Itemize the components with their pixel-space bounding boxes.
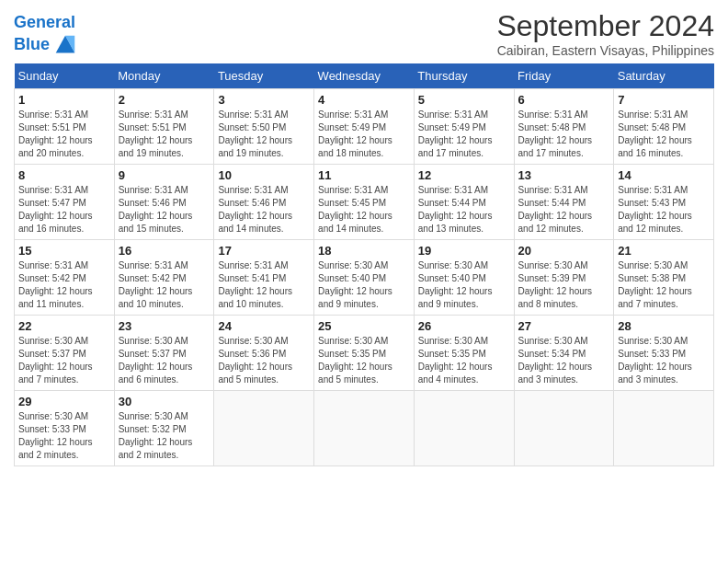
day-number: 21	[618, 244, 710, 258]
day-number: 27	[518, 319, 610, 333]
day-number: 13	[518, 168, 610, 182]
day-number: 14	[618, 168, 710, 182]
day-number: 20	[518, 244, 610, 258]
day-number: 4	[318, 93, 410, 107]
day-number: 15	[18, 244, 110, 258]
calendar-cell: 17Sunrise: 5:31 AMSunset: 5:41 PMDayligh…	[214, 240, 314, 316]
calendar-cell: 14Sunrise: 5:31 AMSunset: 5:43 PMDayligh…	[614, 165, 714, 240]
day-header-friday: Friday	[514, 63, 614, 89]
calendar-cell: 22Sunrise: 5:30 AMSunset: 5:37 PMDayligh…	[15, 316, 115, 391]
day-header-wednesday: Wednesday	[314, 63, 415, 89]
day-number: 16	[119, 244, 210, 258]
title-block: September 2024 Caibiran, Eastern Visayas…	[496, 9, 714, 58]
week-row-2: 15Sunrise: 5:31 AMSunset: 5:42 PMDayligh…	[15, 240, 714, 316]
week-row-3: 22Sunrise: 5:30 AMSunset: 5:37 PMDayligh…	[15, 316, 714, 391]
day-number: 9	[119, 168, 210, 182]
calendar-cell: 12Sunrise: 5:31 AMSunset: 5:44 PMDayligh…	[414, 165, 514, 240]
day-info: Sunrise: 5:30 AMSunset: 5:36 PMDaylight:…	[218, 335, 310, 386]
day-number: 17	[218, 244, 310, 258]
calendar-cell: 4Sunrise: 5:31 AMSunset: 5:49 PMDaylight…	[314, 89, 415, 165]
day-info: Sunrise: 5:30 AMSunset: 5:32 PMDaylight:…	[119, 410, 210, 462]
calendar-cell: 11Sunrise: 5:31 AMSunset: 5:45 PMDayligh…	[314, 165, 415, 240]
calendar-cell: 3Sunrise: 5:31 AMSunset: 5:50 PMDaylight…	[214, 89, 314, 165]
day-info: Sunrise: 5:31 AMSunset: 5:47 PMDaylight:…	[18, 184, 110, 236]
day-info: Sunrise: 5:31 AMSunset: 5:44 PMDaylight:…	[418, 184, 510, 236]
calendar-cell: 30Sunrise: 5:30 AMSunset: 5:32 PMDayligh…	[114, 391, 214, 466]
day-info: Sunrise: 5:30 AMSunset: 5:35 PMDaylight:…	[318, 335, 410, 386]
day-number: 5	[418, 93, 510, 107]
calendar-cell: 10Sunrise: 5:31 AMSunset: 5:46 PMDayligh…	[214, 165, 314, 240]
calendar-cell	[314, 391, 415, 466]
day-info: Sunrise: 5:31 AMSunset: 5:46 PMDaylight:…	[218, 184, 310, 236]
day-info: Sunrise: 5:31 AMSunset: 5:43 PMDaylight:…	[618, 184, 710, 236]
calendar-cell: 1Sunrise: 5:31 AMSunset: 5:51 PMDaylight…	[15, 89, 115, 165]
calendar-cell: 7Sunrise: 5:31 AMSunset: 5:48 PMDaylight…	[614, 89, 714, 165]
day-number: 25	[318, 319, 410, 333]
page-header: General Blue September 2024 Caibiran, Ea…	[14, 9, 714, 58]
week-row-1: 8Sunrise: 5:31 AMSunset: 5:47 PMDaylight…	[15, 165, 714, 240]
calendar-cell	[514, 391, 614, 466]
logo-text: General	[14, 14, 78, 32]
day-number: 6	[518, 93, 610, 107]
day-info: Sunrise: 5:30 AMSunset: 5:40 PMDaylight:…	[318, 259, 410, 311]
calendar-cell: 13Sunrise: 5:31 AMSunset: 5:44 PMDayligh…	[514, 165, 614, 240]
day-header-thursday: Thursday	[414, 63, 514, 89]
day-info: Sunrise: 5:31 AMSunset: 5:49 PMDaylight:…	[318, 109, 410, 160]
day-info: Sunrise: 5:30 AMSunset: 5:39 PMDaylight:…	[518, 259, 610, 311]
day-number: 23	[119, 319, 210, 333]
calendar-cell: 15Sunrise: 5:31 AMSunset: 5:42 PMDayligh…	[15, 240, 115, 316]
day-info: Sunrise: 5:30 AMSunset: 5:33 PMDaylight:…	[618, 335, 710, 386]
day-number: 1	[18, 93, 110, 107]
calendar-cell	[214, 391, 314, 466]
calendar-cell: 8Sunrise: 5:31 AMSunset: 5:47 PMDaylight…	[15, 165, 115, 240]
day-info: Sunrise: 5:31 AMSunset: 5:42 PMDaylight:…	[18, 259, 110, 311]
day-number: 29	[18, 395, 110, 408]
day-info: Sunrise: 5:30 AMSunset: 5:35 PMDaylight:…	[418, 335, 510, 386]
calendar-cell: 29Sunrise: 5:30 AMSunset: 5:33 PMDayligh…	[15, 391, 115, 466]
calendar-cell: 25Sunrise: 5:30 AMSunset: 5:35 PMDayligh…	[314, 316, 415, 391]
day-header-saturday: Saturday	[614, 63, 714, 89]
day-info: Sunrise: 5:31 AMSunset: 5:51 PMDaylight:…	[18, 109, 110, 160]
calendar-cell: 9Sunrise: 5:31 AMSunset: 5:46 PMDaylight…	[114, 165, 214, 240]
day-info: Sunrise: 5:31 AMSunset: 5:49 PMDaylight:…	[418, 109, 510, 160]
calendar-cell: 6Sunrise: 5:31 AMSunset: 5:48 PMDaylight…	[514, 89, 614, 165]
calendar-cell: 5Sunrise: 5:31 AMSunset: 5:49 PMDaylight…	[414, 89, 514, 165]
day-header-sunday: Sunday	[15, 63, 115, 89]
day-info: Sunrise: 5:30 AMSunset: 5:34 PMDaylight:…	[518, 335, 610, 386]
calendar-cell: 26Sunrise: 5:30 AMSunset: 5:35 PMDayligh…	[414, 316, 514, 391]
calendar-cell: 24Sunrise: 5:30 AMSunset: 5:36 PMDayligh…	[214, 316, 314, 391]
calendar-cell: 27Sunrise: 5:30 AMSunset: 5:34 PMDayligh…	[514, 316, 614, 391]
calendar-cell: 16Sunrise: 5:31 AMSunset: 5:42 PMDayligh…	[114, 240, 214, 316]
day-header-monday: Monday	[114, 63, 214, 89]
day-info: Sunrise: 5:30 AMSunset: 5:37 PMDaylight:…	[119, 335, 210, 386]
day-info: Sunrise: 5:31 AMSunset: 5:50 PMDaylight:…	[218, 109, 310, 160]
calendar-cell: 2Sunrise: 5:31 AMSunset: 5:51 PMDaylight…	[114, 89, 214, 165]
day-info: Sunrise: 5:31 AMSunset: 5:44 PMDaylight:…	[518, 184, 610, 236]
day-number: 2	[119, 93, 210, 107]
logo: General Blue	[14, 14, 78, 58]
calendar-cell: 18Sunrise: 5:30 AMSunset: 5:40 PMDayligh…	[314, 240, 415, 316]
day-info: Sunrise: 5:30 AMSunset: 5:37 PMDaylight:…	[18, 335, 110, 386]
header-row: SundayMondayTuesdayWednesdayThursdayFrid…	[15, 63, 714, 89]
calendar-cell	[414, 391, 514, 466]
calendar-cell: 19Sunrise: 5:30 AMSunset: 5:40 PMDayligh…	[414, 240, 514, 316]
logo-icon	[52, 32, 78, 58]
day-info: Sunrise: 5:31 AMSunset: 5:48 PMDaylight:…	[518, 109, 610, 160]
day-info: Sunrise: 5:31 AMSunset: 5:51 PMDaylight:…	[119, 109, 210, 160]
day-number: 22	[18, 319, 110, 333]
calendar-cell: 21Sunrise: 5:30 AMSunset: 5:38 PMDayligh…	[614, 240, 714, 316]
day-number: 28	[618, 319, 710, 333]
calendar-cell: 28Sunrise: 5:30 AMSunset: 5:33 PMDayligh…	[614, 316, 714, 391]
day-info: Sunrise: 5:31 AMSunset: 5:48 PMDaylight:…	[618, 109, 710, 160]
day-number: 7	[618, 93, 710, 107]
day-number: 24	[218, 319, 310, 333]
calendar-table: SundayMondayTuesdayWednesdayThursdayFrid…	[14, 63, 714, 466]
calendar-cell	[614, 391, 714, 466]
week-row-0: 1Sunrise: 5:31 AMSunset: 5:51 PMDaylight…	[15, 89, 714, 165]
day-number: 18	[318, 244, 410, 258]
day-header-tuesday: Tuesday	[214, 63, 314, 89]
day-info: Sunrise: 5:30 AMSunset: 5:38 PMDaylight:…	[618, 259, 710, 311]
day-number: 30	[119, 395, 210, 408]
day-info: Sunrise: 5:31 AMSunset: 5:46 PMDaylight:…	[119, 184, 210, 236]
day-number: 12	[418, 168, 510, 182]
